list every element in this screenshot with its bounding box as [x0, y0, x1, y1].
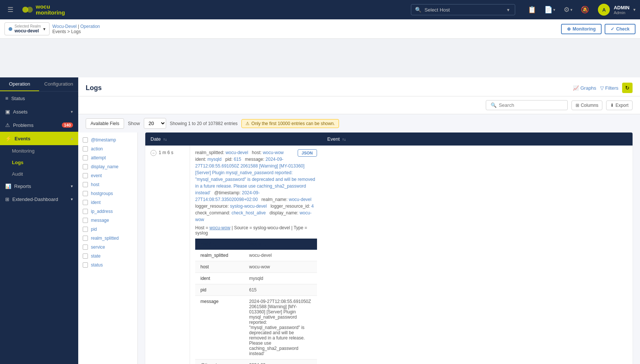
key-label: message:: [245, 157, 265, 162]
field-item-state[interactable]: state: [78, 252, 137, 261]
filters-button[interactable]: ▽ Filters: [600, 85, 618, 91]
field-item-ip-address[interactable]: ip_address: [78, 207, 137, 216]
columns-label: Columns: [581, 103, 598, 108]
user-area[interactable]: A ADMIN Admin ▾: [598, 4, 636, 16]
header-buttons: ⊕ Monitoring ✓ Check: [561, 24, 636, 34]
field-checkbox[interactable]: [83, 146, 88, 151]
sidebar-item-monitoring[interactable]: Monitoring: [0, 145, 78, 157]
reports-icon: 📊: [5, 183, 11, 189]
hamburger-menu-button[interactable]: ☰: [4, 4, 16, 15]
sidebar-item-events[interactable]: ⚡ Events ▴: [0, 132, 78, 145]
field-label: message: [91, 218, 109, 223]
field-item-timestamp[interactable]: @timestamp: [78, 135, 137, 144]
host-value: wocu-wow: [263, 150, 283, 155]
check-label: Check: [616, 26, 630, 32]
tab-operation[interactable]: Operation: [0, 77, 39, 91]
search-input[interactable]: [499, 102, 563, 108]
refresh-button[interactable]: ↻: [622, 83, 633, 93]
columns-button[interactable]: ⊞ Columns: [571, 100, 602, 110]
sidebar-item-status[interactable]: ≡ Status: [0, 92, 78, 105]
field-item-service[interactable]: service: [78, 243, 137, 252]
host-footer-link[interactable]: wocu-wow: [209, 225, 230, 230]
field-checkbox[interactable]: [83, 236, 88, 241]
field-checkbox[interactable]: [83, 227, 88, 232]
field-checkbox[interactable]: [83, 182, 88, 187]
realm-selector[interactable]: Selected Realm wocu-devel ▾: [4, 22, 50, 35]
gear-icon-button[interactable]: ⚙ ▾: [561, 4, 576, 15]
field-label: ident: [91, 200, 101, 205]
graphs-button[interactable]: 📈 Graphs: [573, 85, 596, 91]
sort-icon[interactable]: ↑↓: [212, 242, 216, 247]
notes-icon-button[interactable]: 📋: [525, 4, 539, 15]
field-checkbox[interactable]: [83, 164, 88, 169]
field-item-host[interactable]: host: [78, 180, 137, 189]
check-button[interactable]: ✓ Check: [605, 24, 636, 34]
field-checkbox[interactable]: [83, 191, 88, 196]
select-host-button[interactable]: 🔍 Select Host ▾: [411, 4, 515, 15]
collapse-icon[interactable]: −: [151, 150, 156, 156]
table-cell: − 1 m 6 s JSON realm_splitted: wocu-deve…: [145, 146, 322, 364]
realm-label: Selected Realm: [15, 24, 41, 28]
monitoring-button[interactable]: ⊕ Monitoring: [561, 24, 602, 34]
realm-name-value: wocu-devel: [289, 197, 311, 202]
field-checkbox[interactable]: [83, 262, 88, 268]
th-event: Event ↑↓: [322, 132, 633, 146]
field-checkbox[interactable]: [83, 137, 88, 143]
field-checkbox[interactable]: [83, 173, 88, 178]
refresh-icon: ↻: [625, 85, 630, 91]
field-checkbox[interactable]: [83, 155, 88, 160]
sidebar-item-reports[interactable]: 📊 Reports ▾: [0, 180, 78, 193]
fields-panel: @timestamp action attempt display_name e…: [78, 132, 138, 364]
field-item-ident[interactable]: ident: [78, 198, 137, 207]
detail-value-cell: 2024-09-27T14:08:57.335020098+02:00: [244, 360, 317, 364]
key-label: logger_resource:: [195, 204, 230, 209]
detail-value-cell: 615: [244, 284, 317, 296]
field-item-message[interactable]: message: [78, 216, 137, 225]
user-role: Admin: [614, 10, 630, 15]
logo-text: wocu monitoring: [36, 4, 65, 16]
field-item-status[interactable]: status: [78, 261, 137, 269]
entries-info: Showing 1 to 20 of 107882 entries: [170, 121, 238, 126]
json-button[interactable]: JSON: [298, 149, 317, 157]
clipboard-icon-button[interactable]: 📄 ▾: [541, 4, 558, 15]
available-fields-button[interactable]: Available Fiels: [86, 118, 124, 129]
sidebar-item-extended-dashboard[interactable]: ⊞ Extended-Dashboard ▾: [0, 193, 78, 206]
detail-th-field: Field ↑↓: [195, 239, 244, 250]
field-item-pid[interactable]: pid: [78, 225, 137, 234]
sidebar-item-audit[interactable]: Audit: [0, 168, 78, 180]
field-checkbox[interactable]: [83, 209, 88, 214]
key-label: logger_resource_id:: [270, 204, 311, 209]
export-button[interactable]: ⬇ Export: [606, 100, 633, 110]
bell-slash-icon-button[interactable]: 🔕: [578, 4, 592, 15]
field-item-event[interactable]: event: [78, 171, 137, 180]
top-navigation: ☰ wocu monitoring 🔍 Select Host ▾ 📋 📄 ▾ …: [0, 0, 640, 19]
breadcrumb-section-link[interactable]: Operation: [80, 24, 100, 29]
sort-icon[interactable]: ↑↓: [163, 137, 167, 141]
field-item-realm-splitted[interactable]: realm_splitted: [78, 234, 137, 243]
event-footer: Host = wocu-wow | Source = syslog-wocu-d…: [195, 225, 317, 236]
sort-icon[interactable]: ↑↓: [262, 242, 266, 247]
detail-row: pid 615: [195, 284, 317, 296]
field-item-display-name[interactable]: display_name: [78, 162, 137, 171]
sidebar-item-assets[interactable]: ▣ Assets ▾: [0, 105, 78, 118]
breadcrumb-root-link[interactable]: Wocu-Devel: [53, 24, 77, 29]
search-box[interactable]: 🔍: [486, 100, 568, 110]
tab-configuration[interactable]: Configuration: [39, 77, 78, 91]
field-label: hostgroups: [91, 191, 113, 196]
show-select[interactable]: 20 50 100: [144, 118, 166, 129]
field-checkbox[interactable]: [83, 245, 88, 250]
field-checkbox[interactable]: [83, 253, 88, 259]
sidebar-item-problems[interactable]: ⚠ Problems 140: [0, 118, 78, 132]
sort-icon[interactable]: ↑↓: [342, 137, 346, 141]
field-label: status: [91, 262, 103, 268]
field-checkbox[interactable]: [83, 218, 88, 223]
field-item-action[interactable]: action: [78, 144, 137, 153]
realm-dot-icon: [9, 27, 12, 31]
field-checkbox[interactable]: [83, 200, 88, 205]
sidebar-item-logs[interactable]: Logs: [0, 157, 78, 168]
field-item-attempt[interactable]: attempt: [78, 153, 137, 162]
field-item-hostgroups[interactable]: hostgroups: [78, 189, 137, 198]
event-content-col: JSON realm_splitted: wocu-devel host: wo…: [190, 146, 322, 364]
realm-splitted-value: wocu-devel: [225, 150, 248, 155]
check-command-value: check_host_alive: [231, 210, 266, 215]
